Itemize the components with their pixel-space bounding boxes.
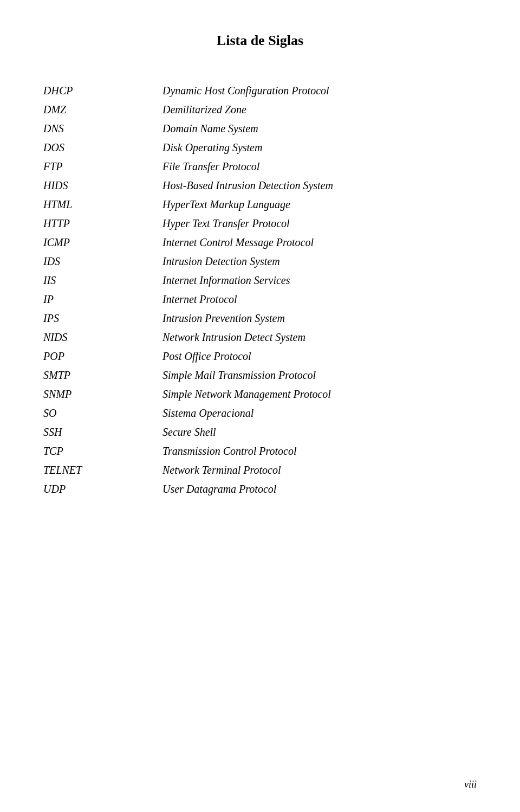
acronym-definition: Dynamic Host Configuration Protocol: [162, 81, 477, 100]
acronym-definition: HyperText Markup Language: [162, 195, 477, 214]
acronym-definition: Internet Protocol: [162, 290, 477, 309]
list-item: IPInternet Protocol: [43, 290, 477, 309]
acronym-definition: File Transfer Protocol: [162, 157, 477, 176]
list-item: DNSDomain Name System: [43, 119, 477, 138]
list-item: DHCPDynamic Host Configuration Protocol: [43, 81, 477, 100]
acronym-definition: Intrusion Detection System: [162, 252, 477, 271]
acronym-definition: Transmission Control Protocol: [162, 442, 477, 461]
acronym-abbr: UDP: [43, 480, 162, 499]
list-item: DMZDemilitarized Zone: [43, 100, 477, 119]
acronym-abbr: DOS: [43, 138, 162, 157]
acronym-abbr: IPS: [43, 309, 162, 328]
acronym-abbr: DHCP: [43, 81, 162, 100]
acronym-definition: Hyper Text Transfer Protocol: [162, 214, 477, 233]
list-item: NIDSNetwork Intrusion Detect System: [43, 328, 477, 347]
acronym-abbr: SNMP: [43, 385, 162, 404]
acronym-abbr: IIS: [43, 271, 162, 290]
acronym-abbr: SO: [43, 404, 162, 423]
list-item: SMTPSimple Mail Transmission Protocol: [43, 366, 477, 385]
list-item: HTTPHyper Text Transfer Protocol: [43, 214, 477, 233]
acronym-abbr: HTML: [43, 195, 162, 214]
acronym-abbr: TCP: [43, 442, 162, 461]
acronym-definition: Domain Name System: [162, 119, 477, 138]
acronym-definition: Network Intrusion Detect System: [162, 328, 477, 347]
acronym-definition: Simple Mail Transmission Protocol: [162, 366, 477, 385]
list-item: SSHSecure Shell: [43, 423, 477, 442]
acronym-definition: Secure Shell: [162, 423, 477, 442]
acronym-abbr: FTP: [43, 157, 162, 176]
acronym-abbr: IDS: [43, 252, 162, 271]
acronym-abbr: POP: [43, 347, 162, 366]
list-item: TELNETNetwork Terminal Protocol: [43, 461, 477, 480]
acronym-definition: User Datagrama Protocol: [162, 480, 477, 499]
acronym-abbr: SMTP: [43, 366, 162, 385]
list-item: HTMLHyperText Markup Language: [43, 195, 477, 214]
acronym-abbr: HTTP: [43, 214, 162, 233]
acronym-abbr: SSH: [43, 423, 162, 442]
acronym-definition: Demilitarized Zone: [162, 100, 477, 119]
list-item: POPPost Office Protocol: [43, 347, 477, 366]
list-item: IPSIntrusion Prevention System: [43, 309, 477, 328]
acronym-definition: Network Terminal Protocol: [162, 461, 477, 480]
list-item: IDSIntrusion Detection System: [43, 252, 477, 271]
list-item: SNMPSimple Network Management Protocol: [43, 385, 477, 404]
acronym-abbr: DMZ: [43, 100, 162, 119]
acronym-definition: Intrusion Prevention System: [162, 309, 477, 328]
list-item: ICMPInternet Control Message Protocol: [43, 233, 477, 252]
list-item: SOSistema Operacional: [43, 404, 477, 423]
list-item: TCPTransmission Control Protocol: [43, 442, 477, 461]
acronym-definition: Simple Network Management Protocol: [162, 385, 477, 404]
acronym-abbr: DNS: [43, 119, 162, 138]
acronym-abbr: NIDS: [43, 328, 162, 347]
list-item: DOSDisk Operating System: [43, 138, 477, 157]
acronym-abbr: IP: [43, 290, 162, 309]
acronym-definition: Post Office Protocol: [162, 347, 477, 366]
acronym-definition: Host-Based Intrusion Detection System: [162, 176, 477, 195]
acronym-abbr: ICMP: [43, 233, 162, 252]
page-title: Lista de Siglas: [43, 33, 477, 49]
acronym-definition: Internet Information Services: [162, 271, 477, 290]
list-item: UDPUser Datagrama Protocol: [43, 480, 477, 499]
page-number: viii: [464, 779, 477, 790]
acronym-abbr: TELNET: [43, 461, 162, 480]
acronym-abbr: HIDS: [43, 176, 162, 195]
list-item: HIDSHost-Based Intrusion Detection Syste…: [43, 176, 477, 195]
acronym-definition: Disk Operating System: [162, 138, 477, 157]
acronym-definition: Internet Control Message Protocol: [162, 233, 477, 252]
list-item: FTPFile Transfer Protocol: [43, 157, 477, 176]
acronym-definition: Sistema Operacional: [162, 404, 477, 423]
acronym-table: DHCPDynamic Host Configuration ProtocolD…: [43, 81, 477, 499]
list-item: IISInternet Information Services: [43, 271, 477, 290]
